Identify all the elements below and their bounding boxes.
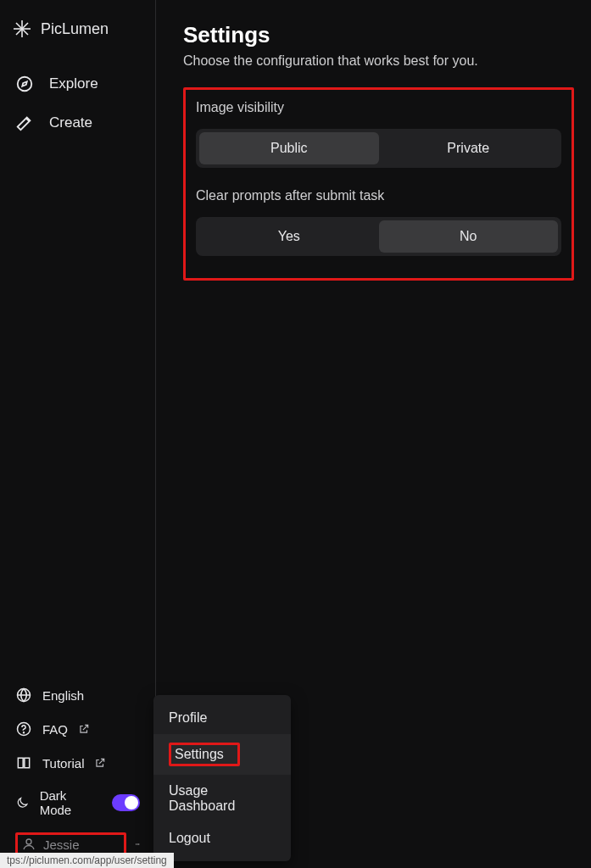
setting-label: Clear prompts after submit task [196,188,561,203]
user-menu-usage-dashboard[interactable]: Usage Dashboard [153,775,291,822]
sidebar: PicLumen Explore Create [0,0,156,868]
globe-icon [15,687,32,704]
segment-label: Yes [278,229,300,243]
sidebar-bottom: English FAQ Tutorial [0,680,155,860]
page-subtitle: Choose the configuration that works best… [183,53,574,69]
clear-prompts-yes[interactable]: Yes [199,220,379,253]
svg-point-10 [136,844,137,845]
svg-marker-5 [22,81,27,86]
pen-icon [15,114,34,132]
compass-icon [15,75,34,93]
setting-clear-prompts: Clear prompts after submit task Yes No [196,188,561,256]
sidebar-item-explore[interactable]: Explore [0,64,155,103]
visibility-segmented: Public Private [196,129,561,168]
segment-label: Private [447,141,489,155]
setting-label: Image visibility [196,100,561,115]
tutorial-label: Tutorial [42,756,84,771]
svg-point-12 [138,844,139,845]
sidebar-item-create[interactable]: Create [0,103,155,142]
menu-item-label: Profile [169,710,207,725]
user-menu-logout[interactable]: Logout [153,822,291,854]
menu-item-label: Usage Dashboard [169,783,235,813]
user-name: Jessie [43,837,80,852]
more-icon[interactable] [135,837,140,852]
segment-label: No [460,229,477,243]
settings-panel: Image visibility Public Private Clear pr… [183,87,574,281]
faq-link[interactable]: FAQ [10,714,145,744]
menu-item-label: Settings [169,743,240,766]
faq-label: FAQ [42,722,68,737]
svg-point-9 [26,839,31,844]
status-url-hint: tps://piclumen.com/app/user/setting [0,853,174,868]
segment-label: Public [270,141,308,155]
svg-point-11 [137,844,137,845]
external-link-icon [94,757,106,769]
svg-point-8 [24,732,25,733]
brand-name: PicLumen [41,20,109,38]
clear-prompts-no[interactable]: No [379,220,559,253]
sidebar-top: PicLumen Explore Create [0,19,155,142]
tutorial-link[interactable]: Tutorial [10,748,145,778]
user-menu-popover: Profile Settings Usage Dashboard Logout [153,695,291,861]
clear-prompts-segmented: Yes No [196,217,561,256]
menu-item-label: Logout [169,831,210,845]
sidebar-item-label: Create [49,114,92,131]
visibility-private[interactable]: Private [379,132,559,164]
user-menu-profile[interactable]: Profile [153,702,291,734]
book-icon [15,754,32,771]
dark-mode-toggle[interactable] [112,794,140,811]
language-selector[interactable]: English [10,680,145,710]
svg-point-4 [18,77,32,92]
language-label: English [42,688,84,703]
user-menu-settings[interactable]: Settings [153,734,291,775]
help-icon [15,721,32,737]
dark-mode-row: Dark Mode [10,782,145,824]
brand[interactable]: PicLumen [0,19,155,64]
user-icon [21,837,36,852]
sparkle-icon [12,19,32,39]
setting-image-visibility: Image visibility Public Private [196,100,561,168]
sidebar-item-label: Explore [49,75,98,92]
visibility-public[interactable]: Public [199,132,379,164]
page-title: Settings [183,22,574,48]
moon-icon [15,794,30,811]
external-link-icon [78,723,90,735]
dark-mode-label: Dark Mode [40,788,92,817]
